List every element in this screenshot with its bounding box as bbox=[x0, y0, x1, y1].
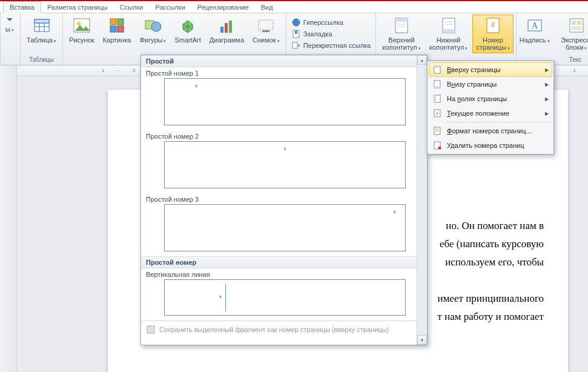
svg-text:A: A bbox=[532, 21, 538, 30]
menu-separator bbox=[446, 122, 550, 122]
ribbon-tabs: Вставка Разметка страницы Ссылки Рассылк… bbox=[0, 1, 588, 13]
submenu-arrow-icon: ▶ bbox=[545, 67, 549, 73]
footer-icon bbox=[439, 16, 458, 35]
tab-view[interactable]: Вид bbox=[255, 2, 279, 13]
textbox-icon: A bbox=[525, 16, 544, 35]
bookmark-icon bbox=[291, 29, 301, 39]
svg-rect-21 bbox=[292, 42, 297, 48]
hyperlink-button[interactable]: Гиперссылка bbox=[289, 17, 374, 28]
svg-rect-5 bbox=[35, 19, 49, 23]
save-icon bbox=[146, 325, 156, 334]
shapes-icon bbox=[143, 16, 162, 35]
header-button[interactable]: Верхнийколонтитул▾ bbox=[378, 15, 424, 53]
menu-bottom-of-page[interactable]: Внизу страницы ▶ bbox=[429, 77, 552, 91]
quickparts-button[interactable]: Экспресс-блоки▾ bbox=[552, 15, 588, 53]
clipart-icon bbox=[107, 16, 127, 35]
bookmark-button[interactable]: Закладка bbox=[289, 28, 374, 39]
svg-rect-14 bbox=[220, 27, 223, 33]
tab-insert[interactable]: Вставка bbox=[3, 1, 41, 13]
tab-page-layout[interactable]: Разметка страницы bbox=[41, 2, 114, 13]
picture-button[interactable]: Рисунок bbox=[65, 15, 98, 45]
table-button[interactable]: Таблица▾ bbox=[23, 15, 60, 46]
menu-page-margins[interactable]: На полях страницы ▶ bbox=[429, 91, 552, 106]
svg-rect-35 bbox=[572, 21, 576, 25]
tab-review[interactable]: Рецензирование bbox=[191, 2, 255, 13]
submenu-arrow-icon: ▶ bbox=[545, 82, 549, 87]
page-number-button[interactable]: # Номерстраницы▾ bbox=[472, 15, 513, 53]
submenu-arrow-icon: ▶ bbox=[545, 96, 549, 102]
svg-rect-15 bbox=[225, 23, 228, 33]
svg-rect-27 bbox=[443, 29, 455, 33]
gallery-item-simple-2[interactable]: Простой номер 2 з bbox=[141, 130, 417, 193]
crossref-button[interactable]: Перекрестная ссылка bbox=[289, 40, 374, 51]
svg-text:#: # bbox=[491, 21, 495, 29]
footer-button[interactable]: Нижнийколонтитул▾ bbox=[426, 15, 472, 53]
gallery-category-simple: Простой bbox=[141, 55, 417, 67]
menu-current-position[interactable]: # Текущее положение ▶ bbox=[429, 106, 552, 121]
quickparts-icon bbox=[567, 16, 586, 35]
svg-rect-18 bbox=[262, 30, 269, 32]
svg-rect-10 bbox=[110, 26, 116, 32]
group-tables-label: Таблицы bbox=[29, 56, 54, 64]
svg-rect-39 bbox=[147, 326, 154, 333]
tab-references[interactable]: Ссылки bbox=[114, 2, 150, 13]
textbox-button[interactable]: A Надпись▾ bbox=[519, 15, 550, 46]
something-dropdown[interactable]: ы▾ bbox=[2, 15, 18, 35]
scroll-up-button[interactable]: ▲ bbox=[417, 55, 427, 65]
shapes-button[interactable]: Фигуры▾ bbox=[136, 15, 170, 46]
current-pos-icon: # bbox=[432, 108, 442, 118]
header-icon bbox=[392, 16, 411, 35]
format-icon bbox=[432, 126, 442, 136]
screenshot-button[interactable]: Снимок▾ bbox=[249, 15, 283, 46]
svg-rect-23 bbox=[395, 18, 408, 22]
svg-rect-17 bbox=[259, 20, 273, 30]
hyperlink-icon bbox=[291, 18, 301, 27]
svg-rect-45 bbox=[434, 95, 436, 102]
chart-icon bbox=[217, 16, 236, 35]
svg-point-13 bbox=[151, 22, 161, 32]
smartart-icon bbox=[178, 16, 197, 35]
svg-rect-43 bbox=[434, 86, 440, 88]
smartart-button[interactable]: SmartArt bbox=[171, 15, 204, 45]
svg-point-7 bbox=[77, 22, 81, 25]
chart-button[interactable]: Диаграмма bbox=[206, 15, 248, 45]
svg-rect-11 bbox=[117, 26, 124, 32]
gallery-scrollbar[interactable]: ▲ ▼ bbox=[417, 55, 427, 345]
tab-mailings[interactable]: Рассылки bbox=[149, 2, 191, 13]
page-number-submenu: Вверху страницы ▶ Внизу страницы ▶ На по… bbox=[427, 61, 554, 154]
vertical-ruler bbox=[0, 65, 17, 372]
bottom-page-icon bbox=[432, 79, 442, 89]
gallery-save-selection[interactable]: Сохранить выделенный фрагмент как номер … bbox=[141, 321, 417, 338]
top-page-icon bbox=[432, 65, 442, 75]
scroll-down-button[interactable]: ▼ bbox=[417, 335, 427, 345]
menu-top-of-page[interactable]: Вверху страницы ▶ bbox=[429, 62, 552, 77]
svg-rect-37 bbox=[572, 26, 581, 30]
page-number-gallery: Простой Простой номер 1 з Простой номер … bbox=[140, 55, 428, 345]
screenshot-icon bbox=[256, 16, 276, 35]
svg-rect-9 bbox=[117, 19, 124, 25]
svg-rect-41 bbox=[434, 66, 440, 68]
crossref-icon bbox=[291, 41, 301, 50]
group-text-label: Текс bbox=[569, 56, 582, 64]
gallery-category-simple-number: Простой номер bbox=[141, 256, 417, 268]
clipart-button[interactable]: Картинка bbox=[99, 15, 135, 45]
page-number-icon: # bbox=[483, 16, 503, 35]
menu-format-page-numbers[interactable]: Формат номеров страниц... bbox=[429, 124, 552, 138]
menu-remove-page-numbers[interactable]: Удалить номера страниц bbox=[429, 138, 552, 153]
submenu-arrow-icon: ▶ bbox=[545, 111, 549, 116]
margins-icon bbox=[432, 94, 442, 104]
svg-rect-36 bbox=[577, 21, 581, 25]
svg-rect-8 bbox=[110, 19, 116, 25]
gallery-item-simple-3[interactable]: Простой номер 3 з bbox=[141, 193, 417, 256]
gallery-item-simple-1[interactable]: Простой номер 1 з bbox=[141, 67, 417, 130]
svg-rect-16 bbox=[229, 21, 232, 33]
picture-icon bbox=[72, 16, 91, 35]
remove-icon bbox=[432, 141, 442, 150]
table-icon bbox=[32, 16, 51, 35]
svg-text:#: # bbox=[436, 111, 439, 116]
gallery-item-vertical-line[interactable]: Вертикальная линия з bbox=[141, 268, 417, 321]
